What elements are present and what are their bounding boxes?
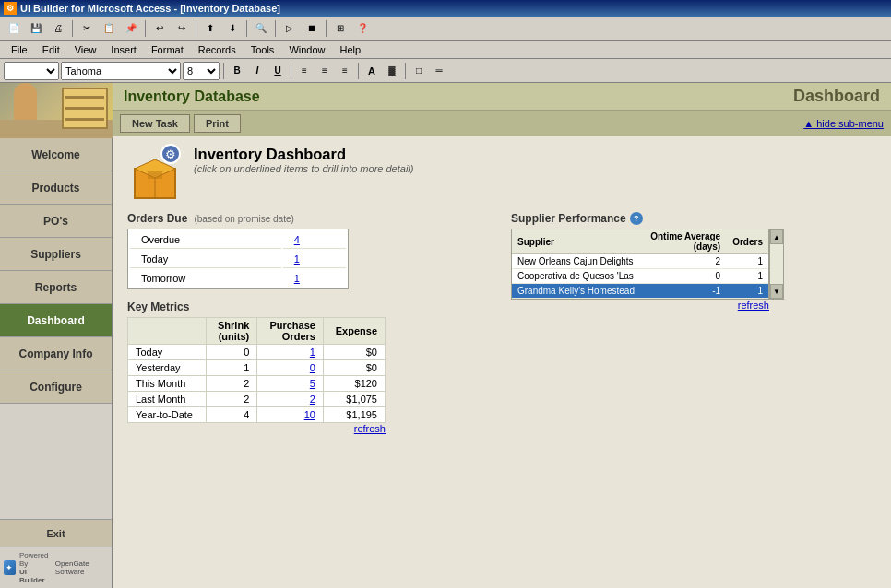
border-btn[interactable]: □ xyxy=(410,62,428,80)
win-btn[interactable]: ⊞ xyxy=(330,18,350,39)
po-link[interactable]: 10 xyxy=(304,409,315,420)
format-bar: Tahoma 8 B I U ≡ ≡ ≡ A ▓ □ ═ xyxy=(0,59,891,83)
font-name-select[interactable]: Tahoma xyxy=(61,62,181,80)
paste-btn[interactable]: 📌 xyxy=(121,18,141,39)
shrink-cell: 2 xyxy=(207,376,257,392)
new-task-button[interactable]: New Task xyxy=(120,114,190,133)
sidebar-item-configure[interactable]: Configure xyxy=(0,370,112,404)
period-cell: Year-to-Date xyxy=(128,407,207,423)
sidebar-item-suppliers[interactable]: Suppliers xyxy=(0,238,112,271)
format-sep3 xyxy=(358,63,359,79)
sort-asc-btn[interactable]: ⬆ xyxy=(200,18,220,39)
title-bar: ⚙ UI Builder for Microsoft Access - [Inv… xyxy=(0,0,891,17)
ontime-cell: 0 xyxy=(643,269,726,284)
filter-btn[interactable]: ▷ xyxy=(279,18,300,39)
sidebar-item-exit[interactable]: Exit xyxy=(0,520,112,547)
supplier-table-container: Supplier Ontime Average(days) Orders New… xyxy=(511,229,876,300)
po-link[interactable]: 5 xyxy=(310,378,315,389)
sidebar-thumbnail xyxy=(0,83,113,138)
print-btn[interactable]: 🖨 xyxy=(48,18,68,39)
col-orders: Orders xyxy=(726,229,768,254)
italic-btn[interactable]: I xyxy=(248,62,267,80)
style-select[interactable] xyxy=(4,62,59,80)
supplier-name-cell: Cooperativa de Quesos 'Las xyxy=(512,269,643,284)
po-link[interactable]: 0 xyxy=(310,362,315,373)
orders-cell: 1 xyxy=(726,284,768,299)
col-expense: Expense xyxy=(323,318,385,345)
orders-due-subheader: (based on promise date) xyxy=(194,214,293,224)
special-btn[interactable]: ═ xyxy=(430,62,448,80)
print-button[interactable]: Print xyxy=(194,114,241,133)
sidebar-item-welcome[interactable]: Welcome xyxy=(0,138,112,171)
orders-due-table: Overdue 4 Today 1 Tomorrow 1 xyxy=(127,229,349,289)
redo-btn[interactable]: ↪ xyxy=(172,18,192,39)
save-btn[interactable]: 💾 xyxy=(26,18,46,39)
undo-btn[interactable]: ↩ xyxy=(149,18,170,39)
scroll-down-btn[interactable]: ▼ xyxy=(770,284,783,299)
menu-format[interactable]: Format xyxy=(144,42,191,57)
scroll-up-btn[interactable]: ▲ xyxy=(770,229,783,244)
menu-records[interactable]: Records xyxy=(191,42,244,57)
menu-window[interactable]: Window xyxy=(281,42,332,57)
overdue-value[interactable]: 4 xyxy=(294,234,300,245)
sep3 xyxy=(196,20,196,37)
supplier-perf-header: Supplier Performance xyxy=(511,212,626,225)
tomorrow-label: Tomorrow xyxy=(130,270,281,287)
sidebar-item-dashboard[interactable]: Dashboard xyxy=(0,304,112,337)
hide-submenu-link[interactable]: ▲ hide sub-menu xyxy=(803,118,884,129)
info-icon[interactable]: ? xyxy=(630,212,643,225)
two-col-layout: Orders Due (based on promise date) Overd… xyxy=(127,212,876,445)
help-btn[interactable]: ❓ xyxy=(352,18,373,39)
sidebar-item-pos[interactable]: PO's xyxy=(0,205,112,238)
table-row: Overdue 4 xyxy=(130,231,346,249)
sidebar-item-company-info[interactable]: Company Info xyxy=(0,337,112,370)
font-color-btn[interactable]: A xyxy=(362,62,381,80)
new-btn[interactable]: 📄 xyxy=(4,18,24,39)
ui-builder-text: UI Builder xyxy=(19,568,52,584)
metrics-refresh-link[interactable]: refresh xyxy=(127,423,386,434)
tomorrow-value[interactable]: 1 xyxy=(294,273,300,284)
menu-edit[interactable]: Edit xyxy=(35,42,67,57)
table-row: This Month 2 5 $120 xyxy=(128,376,386,392)
menu-file[interactable]: File xyxy=(4,42,35,57)
po-link[interactable]: 2 xyxy=(310,394,315,405)
po-cell: 10 xyxy=(257,407,324,423)
supplier-table-wrapper: Supplier Ontime Average(days) Orders New… xyxy=(511,229,769,300)
dashboard-title-section: Inventory Dashboard (click on underlined… xyxy=(194,146,413,174)
content-header: Inventory Database Dashboard xyxy=(113,83,891,111)
align-center-btn[interactable]: ≡ xyxy=(315,62,334,80)
table-row: Year-to-Date 4 10 $1,195 xyxy=(128,407,386,423)
format-sep4 xyxy=(405,63,406,79)
sidebar-item-reports[interactable]: Reports xyxy=(0,271,112,304)
sep2 xyxy=(145,20,146,37)
stop-btn[interactable]: ⏹ xyxy=(302,18,322,39)
find-btn[interactable]: 🔍 xyxy=(251,18,271,39)
menu-bar: File Edit View Insert Format Records Too… xyxy=(0,41,891,59)
menu-tools[interactable]: Tools xyxy=(244,42,282,57)
supplier-header-tr: Supplier Ontime Average(days) Orders xyxy=(512,229,768,254)
sep6 xyxy=(326,20,327,37)
app-icon: ⚙ xyxy=(4,2,17,15)
expense-cell: $120 xyxy=(323,376,385,392)
menu-help[interactable]: Help xyxy=(333,42,369,57)
font-size-select[interactable]: 8 xyxy=(183,62,220,80)
po-link[interactable]: 1 xyxy=(310,347,315,358)
supplier-refresh-link[interactable]: refresh xyxy=(511,300,769,311)
menu-view[interactable]: View xyxy=(67,42,104,57)
align-right-btn[interactable]: ≡ xyxy=(336,62,354,80)
bold-btn[interactable]: B xyxy=(228,62,246,80)
sort-desc-btn[interactable]: ⬇ xyxy=(222,18,243,39)
sidebar-item-products[interactable]: Products xyxy=(0,171,112,205)
align-left-btn[interactable]: ≡ xyxy=(295,62,314,80)
copy-btn[interactable]: 📋 xyxy=(99,18,119,39)
shrink-cell: 1 xyxy=(207,360,257,376)
underline-btn[interactable]: U xyxy=(268,62,287,80)
today-value[interactable]: 1 xyxy=(294,253,300,265)
action-bar: New Task Print ▲ hide sub-menu xyxy=(113,111,891,136)
sidebar: Welcome Products PO's Suppliers Reports … xyxy=(0,83,113,588)
supplier-table: Supplier Ontime Average(days) Orders New… xyxy=(512,229,768,299)
menu-insert[interactable]: Insert xyxy=(103,42,144,57)
table-row: New Orleans Cajun Delights 2 1 xyxy=(512,254,768,269)
cut-btn[interactable]: ✂ xyxy=(77,18,97,39)
highlight-btn[interactable]: ▓ xyxy=(383,62,401,80)
